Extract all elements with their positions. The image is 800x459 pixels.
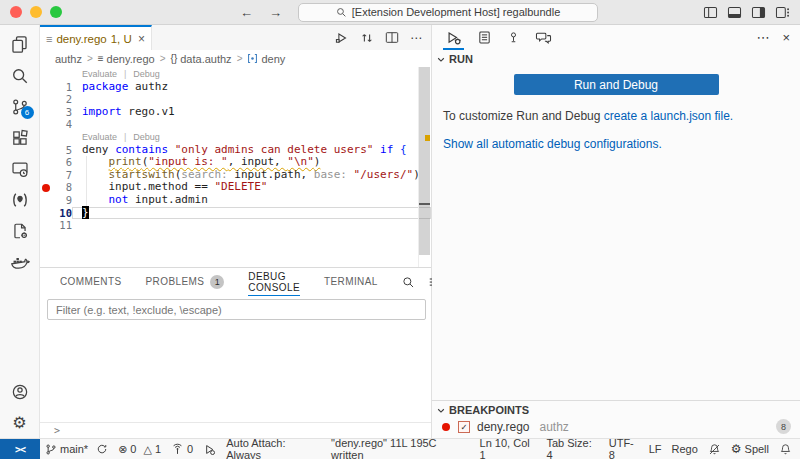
close-sidebar-icon[interactable]: × (782, 30, 790, 45)
line-number[interactable]: 2 (52, 93, 72, 106)
breadcrumb-folder[interactable]: authz (55, 53, 82, 65)
encoding-status[interactable]: UTF-8 (604, 439, 644, 459)
glyph-margin[interactable] (40, 93, 52, 106)
back-button[interactable]: ← (240, 5, 253, 20)
panel-filter-icon[interactable] (402, 276, 415, 289)
remote-indicator[interactable]: >< (0, 439, 40, 459)
line-number[interactable]: 5 (52, 144, 72, 157)
run-and-debug-button[interactable]: Run and Debug (514, 74, 719, 95)
line-content[interactable]: not input.admin (72, 194, 431, 207)
cursor-position-status[interactable]: Ln 10, Col 1 (475, 439, 542, 459)
split-editor-icon[interactable] (385, 31, 399, 44)
tab-close-icon[interactable]: × (138, 32, 145, 46)
muted-bell-icon[interactable] (703, 439, 726, 459)
breakpoint-list-item[interactable]: ✓ deny.rego authz 8 (432, 418, 800, 438)
remote-explorer-icon[interactable] (0, 153, 40, 184)
line-content[interactable] (72, 118, 431, 131)
indentation-status[interactable]: Tab Size: 4 (541, 439, 603, 459)
line-content[interactable]: package authz (72, 81, 431, 94)
maximize-window-button[interactable] (50, 6, 62, 18)
code-line-3[interactable]: 3import rego.v1 (40, 106, 431, 119)
breadcrumb-file[interactable]: ≡ deny.rego (98, 53, 155, 65)
breadcrumb-package[interactable]: {} data.authz (171, 53, 232, 65)
code-line-10[interactable]: 10} (40, 207, 431, 220)
line-number[interactable]: 3 (52, 106, 72, 119)
run-evaluate-icon[interactable] (334, 31, 349, 45)
run-and-debug-view-icon[interactable] (445, 25, 462, 50)
glyph-margin[interactable] (40, 207, 52, 220)
line-number[interactable]: 4 (52, 118, 72, 131)
source-control-icon[interactable]: 6 (0, 91, 40, 122)
docker-icon[interactable] (0, 246, 40, 277)
customize-layout-icon[interactable] (775, 6, 790, 19)
toggle-secondary-sidebar-icon[interactable] (751, 6, 766, 19)
open-changes-icon[interactable] (360, 31, 374, 45)
more-actions-icon[interactable]: ⋯ (410, 31, 422, 45)
debug-console-filter-input[interactable] (47, 299, 426, 320)
opa-icon[interactable] (0, 184, 40, 215)
toggle-sidebar-icon[interactable] (703, 6, 718, 19)
command-center-search[interactable]: [Extension Development Host] regalbundle (298, 3, 598, 22)
show-all-configurations-link[interactable]: Show all automatic debug configurations. (443, 137, 662, 151)
panel-tab-problems[interactable]: PROBLEMS1 (146, 268, 225, 296)
code-line-4[interactable]: 4 (40, 118, 431, 131)
tab-deny-rego[interactable]: ≡ deny.rego 1, U × (40, 25, 152, 50)
comments-view-icon[interactable] (535, 25, 552, 50)
line-number[interactable]: 6 (52, 156, 72, 169)
language-mode-status[interactable]: Rego (666, 439, 702, 459)
glyph-margin[interactable] (40, 81, 52, 94)
glyph-margin[interactable] (40, 169, 52, 182)
close-window-button[interactable] (10, 6, 22, 18)
line-number[interactable]: 10 (52, 207, 72, 220)
line-content[interactable]: import rego.v1 (72, 106, 431, 119)
extensions-icon[interactable] (0, 122, 40, 153)
settings-gear-icon[interactable]: ⚙ (0, 407, 40, 438)
explorer-icon[interactable] (0, 29, 40, 60)
breakpoints-section-header[interactable]: BREAKPOINTS (432, 401, 800, 418)
panel-tab-comments[interactable]: COMMENTS (60, 268, 122, 296)
glyph-margin[interactable] (40, 106, 52, 119)
glyph-margin[interactable] (40, 118, 52, 131)
editor-scrollbar[interactable] (418, 67, 431, 267)
line-content[interactable] (72, 219, 431, 232)
line-number[interactable]: 7 (52, 169, 72, 182)
debug-console-output[interactable] (40, 320, 431, 422)
toggle-panel-icon[interactable] (727, 6, 742, 19)
line-number[interactable]: 9 (52, 194, 72, 207)
account-icon[interactable] (0, 376, 40, 407)
code-editor[interactable]: Evaluate | Debug1package authz23import r… (40, 67, 431, 267)
glyph-margin[interactable] (40, 144, 52, 157)
create-launch-json-link[interactable]: create a launch.json file. (604, 109, 733, 123)
breakpoint-glyph-margin[interactable] (40, 181, 52, 194)
line-number[interactable]: 11 (52, 219, 72, 232)
panel-tab-debug-console[interactable]: DEBUG CONSOLE (248, 268, 300, 296)
rego-file-settings-icon[interactable] (0, 215, 40, 246)
glyph-margin[interactable] (40, 194, 52, 207)
git-branch-status[interactable]: main* (40, 439, 113, 459)
spell-checker-status[interactable]: ⚙ Spell (726, 439, 774, 459)
views-more-actions-icon[interactable]: ⋯ (756, 30, 769, 45)
line-number[interactable]: 8 (52, 181, 72, 194)
scrollbar-slider[interactable] (419, 67, 430, 255)
ports-status[interactable]: 0 (166, 439, 198, 459)
code-line-1[interactable]: 1package authz (40, 81, 431, 94)
minimize-window-button[interactable] (30, 6, 42, 18)
auto-attach-status[interactable]: Auto Attach: Always (221, 439, 326, 459)
code-line-11[interactable]: 11 (40, 219, 431, 232)
code-line-9[interactable]: 9 not input.admin (40, 194, 431, 207)
forward-button[interactable]: → (269, 5, 282, 20)
debug-status-icon[interactable] (198, 439, 221, 459)
run-section-header[interactable]: RUN (432, 50, 800, 67)
search-view-icon[interactable] (0, 60, 40, 91)
output-view-icon[interactable] (477, 25, 492, 50)
panel-tab-terminal[interactable]: TERMINAL (324, 268, 378, 296)
eol-status[interactable]: LF (644, 439, 667, 459)
plug-view-icon[interactable] (507, 25, 520, 50)
line-content[interactable]: } (72, 207, 431, 220)
line-number[interactable]: 1 (52, 81, 72, 94)
breadcrumb-rule[interactable]: deny (247, 53, 285, 65)
glyph-margin[interactable] (40, 156, 52, 169)
breakpoint-enabled-checkbox[interactable]: ✓ (458, 421, 470, 433)
glyph-margin[interactable] (40, 219, 52, 232)
notifications-bell-icon[interactable] (774, 439, 800, 459)
